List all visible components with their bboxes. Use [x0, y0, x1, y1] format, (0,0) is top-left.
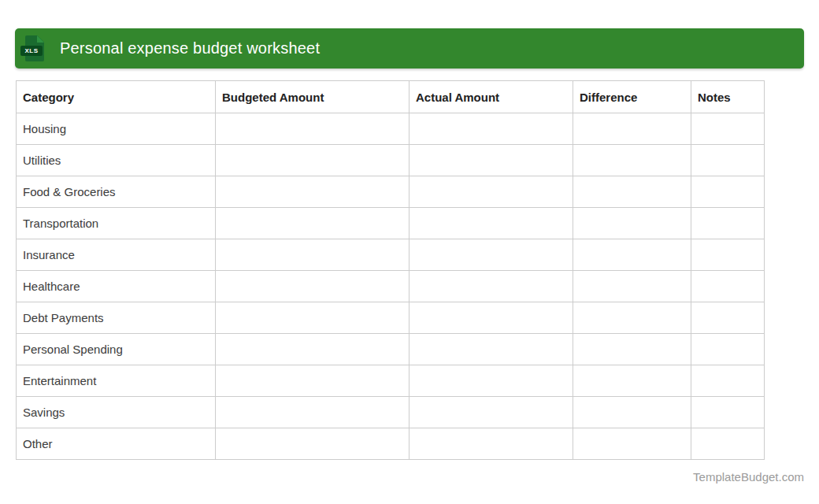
budgeted-amount-cell — [216, 365, 410, 397]
budgeted-amount-cell — [216, 239, 410, 271]
budgeted-amount-cell — [216, 397, 410, 428]
category-cell: Transportation — [17, 208, 216, 239]
budgeted-amount-cell — [216, 428, 410, 460]
budgeted-amount-cell — [216, 334, 410, 365]
difference-cell — [573, 239, 691, 271]
folded-corner — [37, 35, 44, 43]
notes-cell — [691, 113, 765, 145]
notes-cell — [691, 302, 765, 334]
actual-amount-cell — [410, 145, 573, 176]
category-cell: Debt Payments — [17, 302, 216, 334]
actual-amount-cell — [410, 334, 573, 365]
table-row: Food & Groceries — [17, 176, 765, 208]
category-cell: Insurance — [17, 239, 216, 271]
category-cell: Other — [17, 428, 216, 460]
actual-amount-cell — [410, 302, 573, 334]
column-header-notes: Notes — [691, 81, 765, 113]
budgeted-amount-cell — [216, 302, 410, 334]
actual-amount-cell — [410, 428, 573, 460]
xls-file-icon: XLS — [24, 35, 45, 61]
difference-cell — [573, 176, 691, 208]
actual-amount-cell — [410, 271, 573, 302]
difference-cell — [573, 113, 691, 145]
notes-cell — [691, 334, 765, 365]
table-header-row: Category Budgeted Amount Actual Amount D… — [17, 81, 765, 113]
page-title: Personal expense budget worksheet — [60, 39, 320, 57]
table-row: Other — [17, 428, 765, 460]
actual-amount-cell — [410, 397, 573, 428]
table-row: Housing — [17, 113, 765, 145]
actual-amount-cell — [410, 208, 573, 239]
column-header-difference: Difference — [573, 81, 691, 113]
category-cell: Utilities — [17, 145, 216, 176]
table-row: Savings — [17, 397, 765, 428]
table-row: Transportation — [17, 208, 765, 239]
table-row: Personal Spending — [17, 334, 765, 365]
notes-cell — [691, 428, 765, 460]
table-row: Entertainment — [17, 365, 765, 397]
difference-cell — [573, 334, 691, 365]
notes-cell — [691, 397, 765, 428]
difference-cell — [573, 365, 691, 397]
notes-cell — [691, 145, 765, 176]
difference-cell — [573, 271, 691, 302]
xls-badge-label: XLS — [20, 46, 43, 56]
table-row: Utilities — [17, 145, 765, 176]
budget-table: Category Budgeted Amount Actual Amount D… — [16, 80, 765, 460]
actual-amount-cell — [410, 176, 573, 208]
site-credit: TemplateBudget.com — [693, 470, 804, 484]
table-row: Healthcare — [17, 271, 765, 302]
notes-cell — [691, 208, 765, 239]
budgeted-amount-cell — [216, 176, 410, 208]
table-row: Insurance — [17, 239, 765, 271]
difference-cell — [573, 302, 691, 334]
notes-cell — [691, 176, 765, 208]
table-row: Debt Payments — [17, 302, 765, 334]
worksheet-header-bar: XLS Personal expense budget worksheet — [15, 28, 804, 69]
budgeted-amount-cell — [216, 208, 410, 239]
actual-amount-cell — [410, 239, 573, 271]
column-header-actual-amount: Actual Amount — [410, 81, 573, 113]
category-cell: Personal Spending — [17, 334, 216, 365]
column-header-budgeted-amount: Budgeted Amount — [216, 81, 410, 113]
column-header-category: Category — [17, 81, 216, 113]
category-cell: Entertainment — [17, 365, 216, 397]
difference-cell — [573, 428, 691, 460]
category-cell: Savings — [17, 397, 216, 428]
budgeted-amount-cell — [216, 145, 410, 176]
notes-cell — [691, 239, 765, 271]
actual-amount-cell — [410, 113, 573, 145]
category-cell: Healthcare — [17, 271, 216, 302]
notes-cell — [691, 271, 765, 302]
budgeted-amount-cell — [216, 271, 410, 302]
notes-cell — [691, 365, 765, 397]
budgeted-amount-cell — [216, 113, 410, 145]
difference-cell — [573, 208, 691, 239]
actual-amount-cell — [410, 365, 573, 397]
difference-cell — [573, 397, 691, 428]
difference-cell — [573, 145, 691, 176]
category-cell: Housing — [17, 113, 216, 145]
category-cell: Food & Groceries — [17, 176, 216, 208]
